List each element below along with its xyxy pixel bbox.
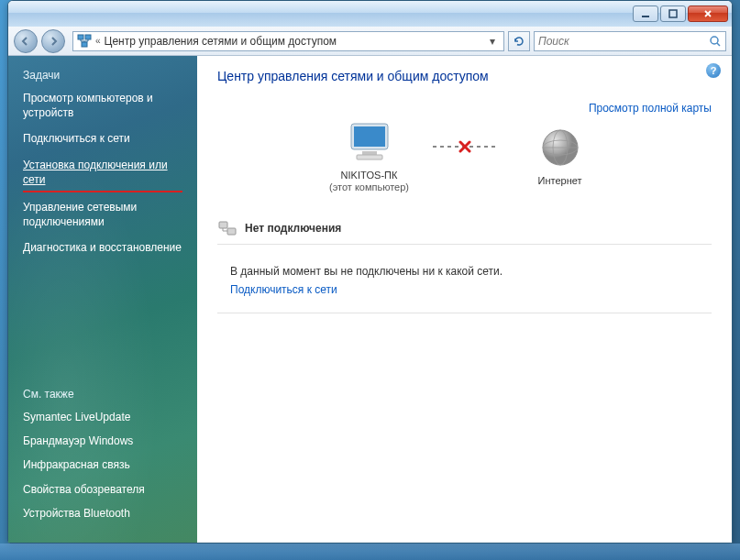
internet-node[interactable]: Интернет: [501, 126, 620, 187]
close-button[interactable]: [688, 5, 728, 22]
computer-name-label: NIKITOS-ПК: [341, 169, 398, 181]
internet-label: Интернет: [538, 174, 582, 187]
task-connect-network[interactable]: Подключиться к сети: [23, 131, 182, 146]
task-manage-connections[interactable]: Управление сетевыми подключениями: [23, 200, 182, 229]
status-text: Нет подключения: [245, 222, 341, 235]
back-button[interactable]: [14, 29, 38, 53]
address-dropdown-icon[interactable]: ▾: [485, 35, 500, 48]
maximize-button[interactable]: [660, 5, 686, 22]
svg-rect-3: [85, 35, 91, 39]
highlight-underline: [23, 191, 182, 192]
globe-icon: [538, 126, 582, 172]
svg-rect-9: [357, 155, 382, 159]
monitor-icon: [344, 120, 395, 167]
no-connection-icon: [217, 218, 237, 238]
status-row: Нет подключения: [217, 213, 712, 245]
see-also-firewall[interactable]: Брандмауэр Windows: [23, 434, 182, 448]
forward-button[interactable]: [41, 29, 65, 53]
map-link-row: Просмотр полной карты: [217, 102, 712, 115]
breadcrumb-title: Центр управления сетями и общим доступом: [105, 35, 481, 48]
svg-rect-1: [669, 10, 677, 17]
search-box[interactable]: [534, 31, 726, 51]
see-also-symantec[interactable]: Symantec LiveUpdate: [23, 410, 182, 424]
svg-rect-4: [82, 42, 87, 47]
refresh-button[interactable]: [508, 31, 530, 51]
svg-rect-0: [642, 16, 649, 17]
svg-rect-7: [354, 126, 385, 147]
connection-line: [433, 146, 497, 148]
content-pane: ? Центр управления сетями и общим доступ…: [197, 56, 732, 543]
svg-point-5: [711, 37, 718, 44]
see-also-section: См. также Symantec LiveUpdate Брандмауэр…: [23, 388, 182, 530]
view-full-map-link[interactable]: Просмотр полной карты: [589, 102, 712, 115]
tasks-heading: Задачи: [23, 69, 182, 82]
network-map: NIKITOS-ПК (этот компьютер): [217, 120, 712, 192]
see-also-bluetooth[interactable]: Устройства Bluetooth: [23, 506, 182, 521]
page-title: Центр управления сетями и общим доступом: [217, 69, 712, 83]
disconnected-x-icon: [458, 139, 472, 154]
help-icon[interactable]: ?: [706, 63, 721, 78]
svg-rect-14: [227, 228, 236, 235]
titlebar: [8, 1, 732, 27]
see-also-heading: См. также: [23, 388, 182, 401]
network-center-icon: [77, 34, 92, 49]
address-bar[interactable]: « Центр управления сетями и общим доступ…: [72, 31, 504, 51]
tasks-sidebar: Задачи Просмотр компьютеров и устройств …: [8, 56, 197, 543]
search-input[interactable]: [538, 35, 709, 48]
message-block: В данный момент вы не подключены ни к ка…: [217, 259, 712, 313]
not-connected-message: В данный момент вы не подключены ни к ка…: [230, 265, 699, 278]
connect-to-network-link[interactable]: Подключиться к сети: [230, 283, 337, 296]
computer-sub-label: (этот компьютер): [329, 181, 409, 192]
breadcrumb-chevron: «: [95, 36, 101, 46]
task-diagnose-repair[interactable]: Диагностика и восстановление: [23, 240, 182, 255]
window-frame: « Центр управления сетями и общим доступ…: [7, 0, 733, 544]
this-computer-node[interactable]: NIKITOS-ПК (этот компьютер): [310, 120, 429, 192]
task-setup-connection[interactable]: Установка подключения или сети: [23, 158, 182, 187]
search-icon: [709, 35, 722, 48]
svg-rect-13: [219, 222, 227, 228]
minimize-button[interactable]: [633, 5, 658, 22]
task-view-computers[interactable]: Просмотр компьютеров и устройств: [23, 91, 182, 120]
svg-rect-2: [78, 35, 83, 39]
svg-rect-8: [362, 151, 377, 155]
see-also-browser[interactable]: Свойства обозревателя: [23, 482, 182, 497]
navigation-bar: « Центр управления сетями и общим доступ…: [8, 27, 732, 56]
taskbar: [0, 544, 740, 560]
see-also-infrared[interactable]: Инфракрасная связь: [23, 457, 182, 472]
window-body: Задачи Просмотр компьютеров и устройств …: [8, 56, 732, 543]
